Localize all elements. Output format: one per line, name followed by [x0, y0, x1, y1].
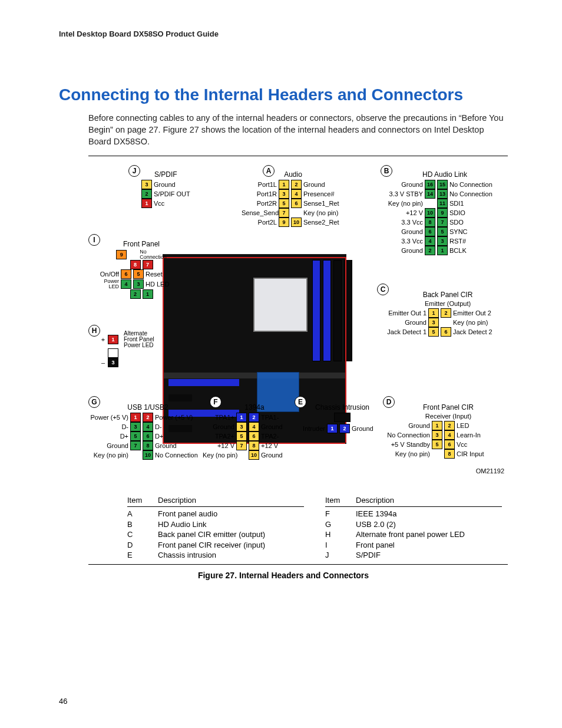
- header-title: Front Panel CIR: [382, 403, 515, 411]
- pin-label: Reset: [146, 270, 170, 278]
- pin: 1: [327, 424, 338, 433]
- pin-label: 3.3 Vcc: [383, 218, 423, 226]
- header-D-front-panel-cir-receiver: Front Panel CIR Receiver (Input) Ground1…: [382, 403, 515, 459]
- header-F-1394a: 1394a TPA1+12TPA1-Ground34GroundTPA2+56T…: [203, 403, 306, 460]
- pin: 8: [444, 449, 455, 459]
- pin: 9: [279, 218, 289, 227]
- pin: 10: [291, 218, 302, 227]
- header-I-front-panel: Front Panel 9NoConnection 87 On/Off65Res…: [94, 240, 189, 299]
- pin: 3: [108, 358, 118, 367]
- legend-row: DFront panel CIR receiver (input): [127, 540, 304, 551]
- pin: 4: [143, 422, 153, 431]
- legend-head-item: Item: [127, 496, 147, 505]
- header-title: USB 1/USB2: [86, 403, 210, 411]
- header-label: AlternateFront PanelPower LED: [120, 331, 154, 348]
- pin: 7: [236, 441, 247, 450]
- pin: 5: [279, 199, 289, 208]
- figure-caption: Figure 27. Internal Headers and Connecto…: [59, 571, 508, 580]
- running-header: Intel Desktop Board DX58SO Product Guide: [59, 29, 508, 38]
- pin-label: +5 V Standby: [382, 440, 430, 449]
- pin-label: +12 V: [383, 209, 423, 217]
- pin: 5: [130, 431, 141, 441]
- pin: 1: [143, 289, 153, 299]
- pin: 5: [428, 327, 439, 337]
- pin: 5: [236, 431, 247, 441]
- intro-paragraph: Before connecting cables to any of the i…: [88, 112, 508, 147]
- pin-label: Ground: [261, 423, 290, 431]
- legend-head-desc: Description: [356, 496, 394, 505]
- legend-row: CBack panel CIR emitter (output): [127, 529, 304, 540]
- pin-label: 3.3 V STBY: [383, 190, 423, 198]
- pin-label: Learn-In: [457, 431, 491, 439]
- pin-label: LED: [457, 421, 491, 430]
- pci-slot: [168, 394, 192, 401]
- pin: 1: [141, 199, 152, 208]
- pin: 2: [291, 180, 302, 189]
- legend-head-desc: Description: [158, 496, 196, 505]
- pin: 2: [249, 413, 259, 422]
- pin: 14: [425, 189, 435, 199]
- pin: 1: [432, 421, 442, 430]
- header-subtitle: Emitter (Output): [383, 300, 513, 307]
- pin: 6: [143, 431, 153, 441]
- header-J-spdif: S/PDIF 3Ground 2S/PDIF OUT 1Vcc: [141, 170, 190, 208]
- pin: 1: [279, 180, 289, 189]
- pin-label: Key (no pin): [383, 199, 423, 207]
- pin: 8: [249, 441, 259, 450]
- page-title: Connecting to the Internal Headers and C…: [59, 84, 508, 105]
- pin: 7: [437, 218, 448, 227]
- pin: 10: [249, 450, 259, 460]
- pin-label: Sense_Send: [242, 209, 277, 217]
- pin-label: S/PDIF OUT: [154, 190, 190, 198]
- pin: 9: [437, 208, 448, 218]
- pin-label: Presence#: [303, 190, 345, 198]
- pin: 5: [133, 269, 144, 279]
- pin: 11: [437, 199, 448, 208]
- pin: 3: [130, 422, 141, 431]
- pin-label: NoConnection: [140, 249, 167, 260]
- pin: 7: [143, 260, 153, 269]
- pin-label: Power (+5 V): [86, 413, 128, 421]
- pin-label: Ground: [155, 442, 201, 450]
- callout-line: [163, 257, 345, 258]
- pin: 15: [437, 180, 448, 189]
- dimm-slots: [312, 260, 355, 360]
- pin-label: Ground: [383, 228, 423, 236]
- header-C-back-panel-cir-emitter: Back Panel CIR Emitter (Output) Emitter …: [383, 291, 513, 337]
- pin: 4: [425, 236, 435, 246]
- pin-label: Ground: [383, 180, 423, 189]
- pin-label: Jack Detect 1: [383, 328, 427, 336]
- header-H-alt-power-led: +1 AlternateFront PanelPower LED –3: [100, 331, 154, 367]
- figure-code: OM21192: [476, 467, 504, 475]
- pin: 2: [130, 289, 141, 299]
- legend-row: IFront panel: [325, 540, 502, 551]
- pin-label: No Connection: [382, 431, 430, 439]
- pin: 7: [130, 441, 141, 450]
- header-A-audio: Audio Port1L12GroundPort1R34Presence#Por…: [242, 170, 345, 227]
- figure-27: J A B C D E F G H I S/PDIF 3Ground 2S/PD…: [88, 156, 508, 565]
- pin: 13: [437, 189, 448, 199]
- header-title: Audio: [242, 170, 345, 179]
- legend-row: JS/PDIF: [325, 550, 502, 561]
- pin: 3: [437, 236, 448, 246]
- header-G-usb: USB 1/USB2 Power (+5 V)12Power (+5 V)D-3…: [86, 403, 210, 460]
- pin-label: No Connection: [449, 180, 492, 189]
- pin-label: On/Off: [94, 270, 119, 278]
- pin: 3: [428, 318, 439, 327]
- pin-label: No Connection: [449, 190, 492, 198]
- pin-empty: [108, 348, 118, 358]
- legend-row: AFront panel audio: [127, 509, 304, 519]
- pin-label: Ground: [382, 421, 430, 430]
- pin: 1: [130, 413, 141, 422]
- pin: 3: [133, 279, 144, 289]
- pin-label: TPA2-: [261, 432, 290, 440]
- chassis-header-icon: [334, 413, 351, 422]
- pin: 1: [108, 335, 118, 344]
- pcie-slot: [168, 379, 239, 386]
- pin: 8: [425, 218, 435, 227]
- pin-label: HD LED: [146, 280, 170, 288]
- header-title: HD Audio Link: [383, 170, 507, 179]
- pin-label: Ground: [86, 442, 128, 450]
- pin-label: TPA1-: [261, 413, 290, 421]
- pin: 3: [141, 180, 152, 189]
